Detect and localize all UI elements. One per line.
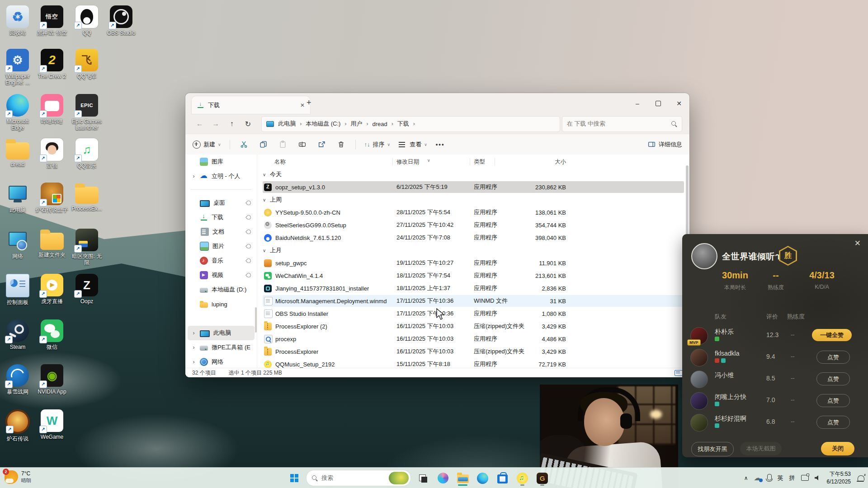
breadcrumb-item[interactable]: dread bbox=[372, 121, 387, 127]
breadcrumb-item[interactable]: 用户 bbox=[350, 120, 362, 128]
desktop-icon-control-panel[interactable]: 控制面板 bbox=[0, 274, 35, 305]
start-button[interactable] bbox=[286, 470, 302, 486]
group-header[interactable]: ∨今天 bbox=[257, 168, 685, 181]
up-icon[interactable]: ↑ bbox=[225, 120, 239, 128]
desktop-icon-wukong[interactable]: ↗黑神话: 悟空 bbox=[34, 5, 70, 36]
desktop-icon-battlenet[interactable]: ↗暴雪战网 bbox=[0, 364, 35, 395]
desktop-icon-obs[interactable]: ↗OBS Studio bbox=[104, 5, 139, 36]
desktop-icon-epic[interactable]: ↗Epic Games Launcher bbox=[69, 94, 104, 131]
onedrive-icon[interactable]: ☁ bbox=[754, 474, 761, 482]
column-size[interactable]: 大小 bbox=[510, 158, 566, 166]
desktop-icon-folder[interactable]: 新建文件夹 bbox=[34, 229, 70, 258]
column-type[interactable]: 类型 bbox=[474, 158, 485, 166]
details-pane-button[interactable]: 详细信息 bbox=[648, 141, 682, 149]
sidebar-item-music[interactable]: 音乐 bbox=[188, 253, 255, 268]
sidebar-item-desktop[interactable]: 桌面 bbox=[188, 196, 255, 210]
sidebar-item-network[interactable]: ›网络 bbox=[188, 355, 255, 368]
close-button[interactable]: ✕ bbox=[669, 93, 689, 114]
qq-music-button[interactable] bbox=[514, 470, 530, 486]
maximize-button[interactable] bbox=[648, 93, 669, 114]
desktop-icon-qq[interactable]: ↗QQ bbox=[69, 5, 104, 36]
file-row[interactable]: QQMusic_Setup_219215/11/2025 下午8:18应用程序7… bbox=[257, 358, 685, 368]
group-header[interactable]: ∨上月 bbox=[257, 244, 685, 257]
back-icon[interactable]: ← bbox=[193, 120, 207, 128]
desktop-icon-huya[interactable]: ↗虎牙直播 bbox=[34, 274, 70, 305]
desktop-icon-bilibili[interactable]: ↗哔哩哔哩 bbox=[34, 94, 70, 125]
desktop-icon-crew2[interactable]: ↗The Crew 2 bbox=[34, 49, 70, 80]
paste-button[interactable] bbox=[278, 141, 288, 148]
desktop-icon-wallpaper-engine[interactable]: ↗Wallpaper Engine: ... bbox=[0, 49, 35, 86]
file-row[interactable]: ProcessExplorer (2)16/11/2025 下午10:03压缩(… bbox=[257, 320, 685, 333]
rename-button[interactable]: A bbox=[297, 141, 308, 148]
desktop-icon-edge[interactable]: ↗Microsoft Edge bbox=[0, 94, 35, 131]
like-button[interactable]: 点赞 bbox=[816, 351, 850, 364]
desktop-icon-nvidia[interactable]: ↗NVIDIA App bbox=[34, 364, 70, 395]
network-icon[interactable] bbox=[801, 475, 809, 481]
breadcrumb[interactable]: 此电脑›本地磁盘 (C:)›用户›dread›下载› bbox=[261, 116, 560, 132]
desktop-icon-folder[interactable]: ProcessEx... bbox=[69, 183, 104, 212]
speaker-icon[interactable] bbox=[815, 475, 821, 481]
sidebar-item-downloads[interactable]: 下载 bbox=[188, 210, 255, 225]
file-row[interactable]: procexp16/11/2025 下午10:03应用程序4,486 KB bbox=[257, 333, 685, 345]
desktop-icon-this-pc[interactable]: 此电脑 bbox=[0, 183, 35, 213]
minimize-button[interactable]: – bbox=[627, 93, 648, 114]
desktop-icon-arena-breakout[interactable]: ↗暗区突围: 无限 bbox=[69, 229, 104, 266]
column-name[interactable]: 名称 bbox=[274, 158, 286, 166]
sidebar-item-gallery[interactable]: 图库 bbox=[188, 155, 255, 169]
sidebar-item-documents[interactable]: 文档 bbox=[188, 225, 255, 239]
explorer-tab-downloads[interactable]: 下载 ✕ bbox=[192, 96, 310, 114]
desktop-icon-qq-speed[interactable]: ↗QQ飞车 bbox=[69, 49, 104, 80]
g-app-button[interactable]: G bbox=[534, 470, 550, 486]
share-button[interactable] bbox=[316, 141, 327, 148]
cut-button[interactable] bbox=[239, 141, 250, 148]
like-button[interactable]: 点赞 bbox=[816, 394, 850, 407]
file-row[interactable]: ProcessExplorer16/11/2025 下午10:03压缩(zipp… bbox=[257, 345, 685, 358]
file-row[interactable]: BaiduNetdisk_7.61.5.12024/11/2025 下午7:08… bbox=[257, 231, 685, 244]
file-row[interactable]: Microsoft.Management.Deployment.winmd17/… bbox=[257, 295, 685, 307]
desktop-icon-recycle-bin[interactable]: 回收站 bbox=[0, 5, 35, 36]
desktop-icon-oopz[interactable]: ↗Oopz bbox=[69, 274, 104, 305]
task-view-button[interactable] bbox=[415, 470, 431, 486]
refresh-icon[interactable]: ↻ bbox=[241, 120, 255, 128]
hidden-icons-chevron[interactable]: ∧ bbox=[744, 475, 748, 481]
forward-icon[interactable]: → bbox=[209, 120, 223, 128]
like-button[interactable]: 点赞 bbox=[816, 372, 850, 385]
search-input[interactable]: 在 下载 中搜索 bbox=[562, 116, 682, 132]
find-friends-button[interactable]: 找朋友开黑 bbox=[691, 442, 734, 456]
file-row[interactable]: oopz_setup_v1.3.06/12/2025 下午5:19应用程序230… bbox=[257, 181, 685, 193]
more-options-button[interactable]: ••• bbox=[436, 141, 445, 148]
ime-english[interactable]: 英 bbox=[778, 474, 783, 482]
group-header[interactable]: ∨上周 bbox=[257, 193, 685, 206]
sidebar-item-onedrive[interactable]: ›立明 - 个人 bbox=[188, 169, 255, 183]
ime-pinyin[interactable]: 拼 bbox=[789, 474, 795, 482]
copy-button[interactable] bbox=[258, 141, 269, 148]
sidebar-item-videos[interactable]: 视频 bbox=[188, 268, 255, 282]
sort-button[interactable]: ↑↓ 排序 ∨ bbox=[364, 141, 391, 149]
sidebar-item-drive-pe[interactable]: ›微PE工具箱 (E:) bbox=[188, 340, 255, 355]
microsoft-store-button[interactable] bbox=[495, 470, 510, 486]
desktop-icon-wegame[interactable]: ↗WeGame bbox=[34, 409, 70, 440]
desktop-icon-folder[interactable]: dread bbox=[0, 138, 35, 168]
like-button[interactable]: 点赞 bbox=[816, 416, 850, 429]
file-row[interactable]: YYSetup-9.50.0.0-zh-CN28/11/2025 下午5:54应… bbox=[257, 206, 685, 219]
sidebar-item-pictures[interactable]: 图片 bbox=[188, 239, 255, 253]
desktop-icon-hearthstone[interactable]: ↗炉石传说 bbox=[0, 409, 35, 442]
sidebar-item-drive[interactable]: 本地磁盘 (D:) bbox=[188, 282, 255, 297]
new-button[interactable]: 新建 ∨ bbox=[193, 141, 221, 149]
delete-button[interactable] bbox=[336, 141, 347, 148]
close-panel-button[interactable]: 关闭 bbox=[821, 442, 854, 455]
desktop-icon-hs-box[interactable]: ↗炉石传说盒子 bbox=[34, 183, 70, 213]
new-tab-button[interactable]: + bbox=[307, 98, 311, 108]
edge-button[interactable] bbox=[475, 470, 491, 486]
taskbar-weather-widget[interactable]: 2 7°C 晴朗 bbox=[5, 470, 31, 484]
file-row[interactable]: OBS Studio Installer17/11/2025 下午10:36应用… bbox=[257, 307, 685, 320]
desktop-icon-qq-music[interactable]: ↗QQ音乐 bbox=[69, 138, 104, 169]
like-all-button[interactable]: 一键全赞 bbox=[812, 329, 852, 341]
taskbar-search[interactable]: 搜索 bbox=[306, 470, 411, 486]
breadcrumb-item[interactable]: 下载 bbox=[397, 120, 409, 128]
sidebar-item-this-pc[interactable]: ›此电脑 bbox=[188, 326, 255, 340]
file-row[interactable]: Jianying_41157377831801_installer18/11/2… bbox=[257, 282, 685, 295]
tab-close-icon[interactable]: ✕ bbox=[300, 102, 305, 108]
desktop-icon-doubao[interactable]: ↗豆包 bbox=[34, 138, 70, 169]
panel-close-icon[interactable]: ✕ bbox=[854, 239, 861, 248]
